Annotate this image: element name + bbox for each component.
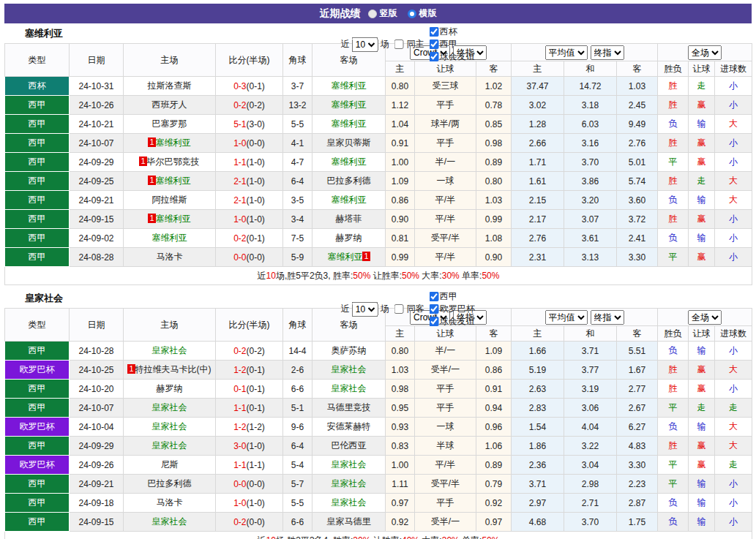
league-checkbox[interactable] <box>430 52 439 61</box>
avg-home: 2.17 <box>512 210 564 229</box>
league-type-cell: 西杯 <box>5 77 70 96</box>
avg-away: 6.27 <box>617 418 658 437</box>
away-team[interactable]: 塞维利亚 <box>332 157 367 167</box>
handicap: 球半/两 <box>415 115 476 134</box>
avg-source-select[interactable]: 平均值 <box>545 310 588 325</box>
handicap: 一球 <box>415 418 476 437</box>
half-score: (1-0) <box>247 214 265 225</box>
same-venue-label: 同主 <box>407 38 424 50</box>
away-team[interactable]: 塞维利亚1 <box>327 252 370 262</box>
summary-stat-value: 40% <box>402 535 419 539</box>
league-checkbox[interactable] <box>430 27 439 37</box>
avg-home: 5.19 <box>512 361 564 380</box>
avg-away: 3.30 <box>617 248 658 267</box>
filter-prefix-label: 近 <box>341 303 350 315</box>
result-wdl: 胜 <box>658 172 689 191</box>
col-result-goals: 进球数 <box>715 61 752 77</box>
result-wdl: 负 <box>658 418 689 437</box>
league-type-cell: 西甲 <box>5 380 70 399</box>
home-team[interactable]: 1塞维利亚 <box>148 176 190 186</box>
result-wdl: 平 <box>658 399 689 418</box>
avg-stage-select[interactable]: 终指 <box>591 310 624 325</box>
same-venue-checkbox[interactable] <box>394 304 404 314</box>
home-team[interactable]: 皇家社会 <box>152 440 187 451</box>
handicap: 半/一 <box>415 153 476 172</box>
layout-radio-vertical[interactable]: 竖版 <box>368 7 397 20</box>
away-team[interactable]: 皇家社会 <box>332 478 367 489</box>
avg-source-select[interactable]: 平均值 <box>545 45 588 60</box>
results-table: 类型 日期 主场 比分(半场) 角球 客场 Crow*终指 平均值终指 全场 <box>4 308 752 539</box>
score-cell: 0-2(0-1) <box>216 229 283 248</box>
home-team[interactable]: 皇家社会 <box>152 421 187 431</box>
same-venue-checkbox[interactable] <box>394 39 404 49</box>
result-goals: 小 <box>715 229 752 248</box>
summary-stat-value: 50% <box>353 271 370 281</box>
odds-home: 0.97 <box>386 494 415 513</box>
odds-home: 0.99 <box>386 248 415 267</box>
result-wdl: 胜 <box>658 380 689 399</box>
home-team-cell: 1塞维利亚 <box>124 134 216 153</box>
league-checkbox[interactable] <box>430 304 439 314</box>
score-cell: 0-0(0-0) <box>216 475 283 494</box>
score-cell: 2-1(1-0) <box>216 191 283 210</box>
home-team[interactable]: 皇家社会 <box>152 402 187 412</box>
scope-select[interactable]: 全场 <box>688 45 722 60</box>
away-team-cell: 安德莱赫特 <box>312 418 386 437</box>
home-team[interactable]: 塞维利亚 <box>152 233 187 243</box>
corner-count: 3-4 <box>283 210 312 229</box>
summary-text: 大率: <box>419 271 442 281</box>
league-type-cell: 西甲 <box>5 399 70 418</box>
home-team[interactable]: 皇家社会 <box>152 516 187 527</box>
away-team[interactable]: 皇家社会 <box>332 497 367 508</box>
result-handicap: 赢 <box>689 456 715 475</box>
summary-text: 近 <box>258 535 266 539</box>
home-team[interactable]: 1塞维利亚 <box>148 137 190 148</box>
away-team[interactable]: 皇家社会 <box>332 383 367 393</box>
col-score: 比分(半场) <box>216 309 283 342</box>
result-wdl: 胜 <box>658 96 689 115</box>
league-checkbox[interactable] <box>430 317 439 326</box>
sections-container: 塞维利亚 近 10 场 同主 西杯西甲球会友谊 类型 日期 主 <box>4 23 752 539</box>
avg-stage-select[interactable]: 终指 <box>591 45 624 60</box>
match-count-select[interactable]: 10 <box>352 37 378 52</box>
home-team[interactable]: 1塞维利亚 <box>148 214 190 224</box>
half-score: (1-0) <box>247 441 265 451</box>
handicap: 受三球 <box>415 77 476 96</box>
corner-count: 6-4 <box>283 437 312 456</box>
result-handicap: 输 <box>689 342 715 361</box>
away-team[interactable]: 皇家社会 <box>332 364 367 374</box>
league-checkbox[interactable] <box>430 39 439 49</box>
rank-badge: 1 <box>148 214 155 223</box>
col-avg-draw: 和 <box>564 61 617 77</box>
away-team[interactable]: 塞维利亚 <box>332 118 367 129</box>
avg-home: 2.66 <box>512 134 564 153</box>
corner-count: 6-4 <box>283 172 312 191</box>
result-wdl: 负 <box>658 494 689 513</box>
away-team-cell: 塞维利亚 <box>312 115 386 134</box>
scope-select[interactable]: 全场 <box>688 310 722 325</box>
away-team-cell: 塞维利亚 <box>312 96 386 115</box>
match-date: 24-09-15 <box>70 210 124 229</box>
col-home: 主场 <box>124 44 216 77</box>
match-row: 西甲24-09-291毕尔巴鄂竞技1-1(1-0)4-7塞维利亚1.00半/一0… <box>5 153 752 172</box>
score-cell: 1-2(0-1) <box>216 361 283 380</box>
away-team[interactable]: 塞维利亚 <box>332 195 367 205</box>
match-count-select[interactable]: 10 <box>352 302 378 317</box>
league-checkbox[interactable] <box>430 292 439 301</box>
away-team[interactable]: 塞维利亚 <box>332 80 367 91</box>
summary-text: 让胜率: <box>370 271 402 281</box>
full-score: 5-1 <box>233 119 246 129</box>
col-avg-home: 主 <box>512 61 564 77</box>
filter-suffix-label: 场 <box>381 303 389 315</box>
home-team-cell: 皇家社会 <box>124 399 216 418</box>
layout-radio-horizontal[interactable]: 横版 <box>408 7 437 20</box>
match-date: 24-10-07 <box>70 134 124 153</box>
score-cell: 1-1(1-1) <box>216 456 283 475</box>
result-goals: 大 <box>715 361 752 380</box>
score-cell: 0-2(0-2) <box>216 342 283 361</box>
home-team[interactable]: 皇家社会 <box>152 345 187 355</box>
away-team[interactable]: 塞维利亚 <box>332 99 367 110</box>
away-team[interactable]: 皇家社会 <box>332 459 367 470</box>
home-team-cell: 赫罗纳 <box>124 380 216 399</box>
league-type-cell: 西甲 <box>5 191 70 210</box>
